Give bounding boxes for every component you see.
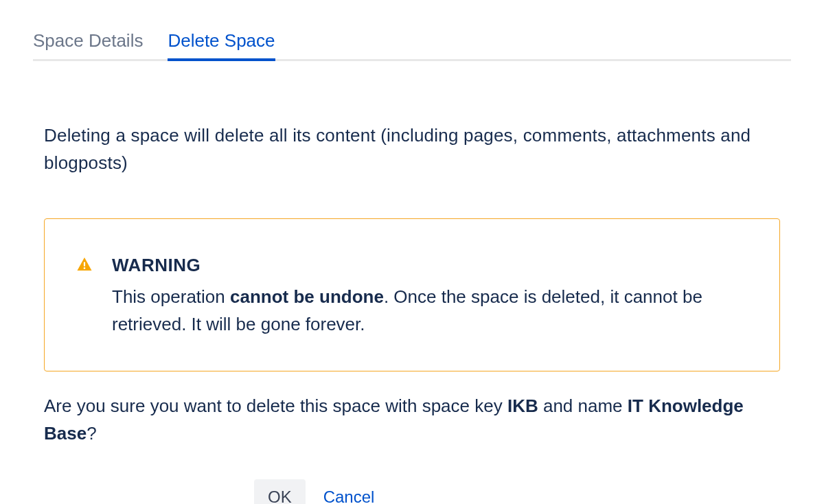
page-container: Space Details Delete Space Deleting a sp…	[0, 0, 824, 504]
warning-message: This operation cannot be undone. Once th…	[112, 283, 738, 339]
warning-text-bold: cannot be undone	[230, 286, 384, 307]
confirm-before-key: Are you sure you want to delete this spa…	[44, 396, 507, 416]
warning-panel: WARNING This operation cannot be undone.…	[44, 218, 780, 372]
content-area: Deleting a space will delete all its con…	[33, 122, 791, 504]
svg-rect-0	[84, 262, 85, 266]
actions-row: OK Cancel	[44, 479, 780, 504]
confirm-text: Are you sure you want to delete this spa…	[44, 392, 780, 448]
cancel-button[interactable]: Cancel	[323, 488, 375, 504]
confirm-space-key: IKB	[507, 396, 538, 416]
confirm-between: and name	[538, 396, 628, 416]
tab-delete-space[interactable]: Delete Space	[168, 27, 275, 61]
tab-space-details[interactable]: Space Details	[33, 27, 143, 61]
warning-triangle-icon	[76, 255, 93, 271]
warning-heading: WARNING	[112, 252, 738, 279]
tabs-bar: Space Details Delete Space	[33, 27, 791, 61]
intro-text: Deleting a space will delete all its con…	[44, 122, 780, 177]
ok-button[interactable]: OK	[254, 479, 306, 504]
svg-point-1	[84, 267, 86, 269]
confirm-after: ?	[87, 423, 96, 444]
warning-content: WARNING This operation cannot be undone.…	[112, 252, 738, 339]
warning-text-before: This operation	[112, 286, 230, 307]
